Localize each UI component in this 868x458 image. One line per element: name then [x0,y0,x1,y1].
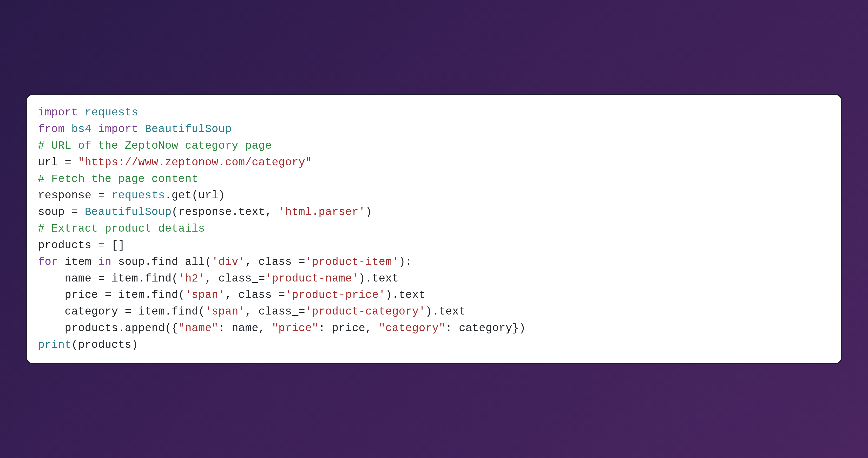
indent [38,322,65,335]
var-soup: soup = [38,206,85,218]
method-findall: soup.find_all( [112,256,212,268]
method-get: .get(url) [165,189,225,202]
dot-text: ).text [385,289,426,301]
dot-text: ).text [359,272,399,285]
var-price: price = item.find( [65,289,185,301]
indent [38,289,65,301]
keyword-in: in [98,256,112,268]
dict-sep: : price, [319,322,379,335]
var-name: name = item.find( [65,272,178,285]
text-item: item [58,256,98,268]
dict-close: : category}) [445,322,525,335]
string-product-item: 'product-item' [305,256,399,268]
method-append: products.append({ [65,322,178,335]
module-bs4: bs4 [71,123,91,135]
keyword-for: for [38,256,58,268]
comment-url: # URL of the ZeptoNow category page [38,140,272,152]
keyword-from: from [38,123,65,135]
string-product-name: 'product-name' [265,272,359,285]
arg-class: , class_= [225,289,285,301]
arg-class: , class_= [245,305,305,318]
string-product-price: 'product-price' [285,289,385,301]
comment-fetch: # Fetch the page content [38,173,198,185]
string-parser: 'html.parser' [279,206,365,218]
string-product-category: 'product-category' [305,305,426,318]
paren-close: ) [365,206,372,218]
paren-colon: ): [399,256,412,268]
code-container: import requests from bs4 import Beautifu… [26,94,842,364]
dot-text: ).text [426,305,465,318]
module-requests: requests [85,106,138,119]
arg-class: , class_= [205,272,265,285]
string-category-key: "category" [379,322,445,335]
print-args: (products) [71,339,138,351]
comment-extract: # Extract product details [38,222,205,235]
class-beautifulsoup-call: BeautifulSoup [85,206,172,218]
arg-class: , class_= [245,256,305,268]
var-category: category = item.find( [65,305,205,318]
class-beautifulsoup: BeautifulSoup [145,123,232,135]
string-h2: 'h2' [178,272,205,285]
string-span: 'span' [205,305,245,318]
string-name-key: "name" [178,322,218,335]
builtin-print: print [38,339,71,351]
builtin-requests: requests [112,189,165,202]
keyword-import: import [98,123,138,135]
indent [38,305,65,318]
string-price-key: "price" [272,322,319,335]
dict-sep: : name, [218,322,272,335]
string-url: "https://www.zeptonow.com/category" [78,156,312,169]
var-url: url = [38,156,78,169]
string-div: 'div' [212,256,245,268]
keyword-import: import [38,106,78,119]
args-soup: (response.text, [172,206,278,218]
var-response: response = [38,189,112,202]
indent [38,272,65,285]
var-products: products = [] [38,239,125,252]
code-block: import requests from bs4 import Beautifu… [38,104,830,353]
string-span: 'span' [185,289,225,301]
